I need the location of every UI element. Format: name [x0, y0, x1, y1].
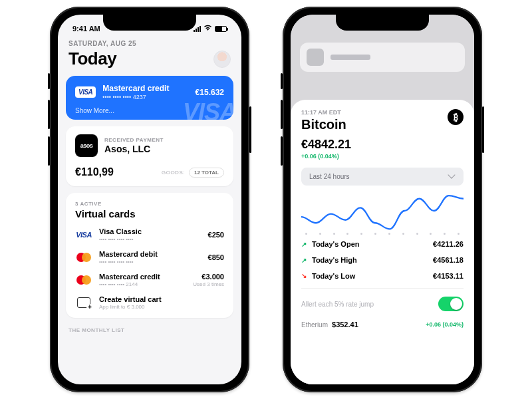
- stat-value: €4153.11: [433, 272, 464, 280]
- merchant-logo-icon: asos: [75, 134, 98, 157]
- wifi-icon: [203, 25, 212, 33]
- avatar[interactable]: [213, 51, 231, 68]
- goods-label: GOODS:: [162, 170, 185, 176]
- stat-row-low: ↗Today's Low €4153.11: [301, 272, 464, 280]
- bitcoin-icon: ₿: [448, 109, 464, 125]
- ethereum-row[interactable]: Etherium $352.41 +0.06 (0.04%): [301, 321, 464, 329]
- payment-amount: €110,99: [75, 166, 114, 178]
- mastercard-icon: [76, 275, 91, 285]
- stat-label: Today's High: [312, 256, 357, 264]
- virtual-card-mask: •••• •••• •••• ••••: [99, 259, 201, 265]
- mastercard-icon: [76, 253, 91, 262]
- signal-icon: [194, 26, 201, 32]
- header-date: SATURDAY, AUG 25: [66, 40, 233, 47]
- visa-watermark-icon: VISA: [183, 98, 233, 120]
- device-notch: [336, 15, 429, 31]
- virtual-card-amount: €850: [208, 253, 224, 261]
- timeframe-value: Last 24 hours: [309, 173, 350, 180]
- visa-icon: VISA: [76, 231, 92, 239]
- eth-name: Etherium: [301, 321, 328, 329]
- virtual-cards-section: 3 ACTIVE Virtual cards VISA Visa Classic…: [66, 193, 233, 318]
- virtual-cards-title: Virtual cards: [75, 208, 224, 219]
- arrow-down-icon: ↗: [301, 273, 307, 280]
- alert-toggle[interactable]: [438, 297, 464, 311]
- create-virtual-card-button[interactable]: Create virtual cart App limit to € 3.000: [75, 295, 224, 310]
- timeframe-select[interactable]: Last 24 hours: [301, 168, 464, 186]
- create-card-sub: App limit to € 3.000: [99, 304, 224, 310]
- received-payment-card[interactable]: asos RECEIVED PAYMENT Asos, LLC €110,99 …: [66, 126, 233, 186]
- asset-delta: +0.06 (0.04%): [301, 153, 464, 160]
- virtual-card-amount: €3.000: [193, 273, 224, 281]
- add-card-icon: [77, 297, 90, 308]
- featured-card-name: Mastercard credit: [102, 84, 188, 93]
- virtual-card-name: Mastercard credit: [99, 273, 186, 281]
- stat-value: €4211.26: [433, 240, 464, 248]
- status-time: 9:41 AM: [72, 25, 100, 33]
- phone-frame-right: 11:17 AM EDT Bitcoin ₿ €4842.21 +0.06 (0…: [283, 7, 482, 392]
- virtual-card-sub: Used 3 times: [193, 281, 224, 287]
- stat-label: Today's Open: [312, 240, 359, 248]
- battery-icon: [215, 26, 227, 32]
- virtual-card-mask: •••• •••• •••• 2144: [99, 281, 186, 287]
- alert-label: Allert each 5% rate jump: [301, 301, 374, 308]
- divider: [301, 288, 464, 289]
- virtual-card-name: Visa Classic: [99, 227, 201, 235]
- featured-card-amount: €15.632: [196, 88, 224, 97]
- received-payment-label: RECEIVED PAYMENT: [104, 137, 164, 143]
- virtual-cards-count: 3 ACTIVE: [75, 201, 224, 207]
- visa-badge-icon: VISA: [75, 86, 96, 98]
- asset-price: €4842.21: [301, 138, 464, 152]
- chevron-down-icon: [449, 174, 456, 180]
- goods-count-pill: 12 TOTAL: [189, 168, 224, 178]
- merchant-name: Asos, LLC: [104, 144, 164, 154]
- phone-frame-left: 9:41 AM SATURDAY, AUG 25 Today VISA: [50, 7, 249, 392]
- featured-card-mask: •••• •••• •••• 4237: [102, 94, 188, 100]
- bottom-sheet: 11:17 AM EDT Bitcoin ₿ €4842.21 +0.06 (0…: [291, 100, 474, 384]
- monthly-list-header: THE MONTHLY LIST: [66, 327, 233, 333]
- virtual-card-item[interactable]: Mastercard credit •••• •••• •••• 2144 €3…: [75, 273, 224, 287]
- eth-price: $352.41: [332, 321, 358, 329]
- arrow-up-icon: ↗: [301, 241, 307, 248]
- price-chart[interactable]: [301, 190, 464, 232]
- stat-row-high: ↗Today's High €4561.18: [301, 256, 464, 264]
- sheet-timestamp: 11:17 AM EDT: [301, 109, 346, 116]
- virtual-card-item[interactable]: Mastercard debit •••• •••• •••• •••• €85…: [75, 250, 224, 265]
- page-title: Today: [68, 49, 116, 69]
- asset-title: Bitcoin: [301, 117, 346, 132]
- eth-delta: +0.06 (0.04%): [426, 321, 464, 328]
- stat-value: €4561.18: [433, 256, 464, 264]
- virtual-card-mask: •••• •••• •••• ••••: [99, 236, 201, 242]
- virtual-card-item[interactable]: VISA Visa Classic •••• •••• •••• •••• €2…: [75, 227, 224, 242]
- device-notch: [103, 15, 196, 31]
- featured-card[interactable]: VISA Mastercard credit •••• •••• •••• 42…: [66, 76, 233, 120]
- arrow-up-icon: ↗: [301, 257, 307, 264]
- create-card-title: Create virtual cart: [99, 295, 224, 303]
- virtual-card-amount: €250: [208, 231, 224, 239]
- stat-row-open: ↗Today's Open €4211.26: [301, 240, 464, 248]
- virtual-card-name: Mastercard debit: [99, 250, 201, 258]
- stat-label: Today's Low: [312, 272, 355, 280]
